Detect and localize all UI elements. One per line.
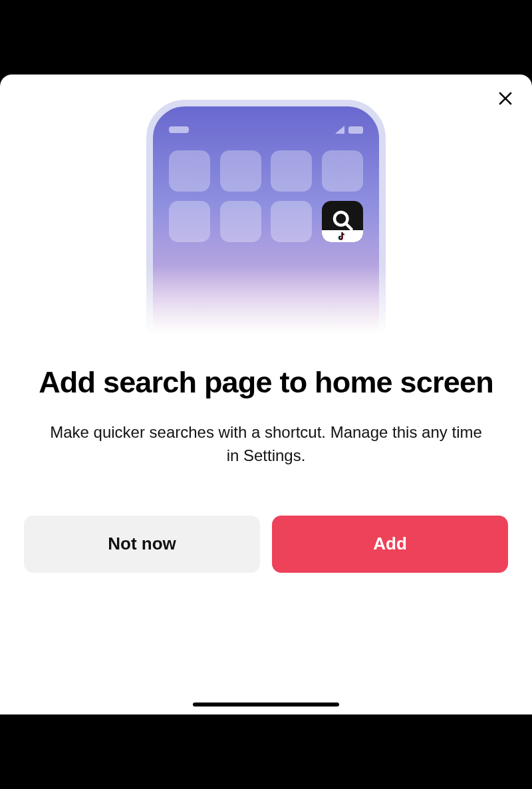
add-button[interactable]: Add	[272, 516, 508, 573]
search-shortcut-tile	[322, 201, 363, 242]
modal-subtitle: Make quicker searches with a shortcut. M…	[0, 421, 532, 468]
svg-line-3	[346, 224, 351, 229]
search-icon	[331, 208, 354, 232]
not-now-button[interactable]: Not now	[24, 516, 260, 573]
modal-title: Add search page to home screen	[12, 365, 520, 400]
app-tile-placeholder	[220, 150, 261, 192]
home-indicator[interactable]	[193, 703, 339, 707]
close-button[interactable]	[493, 86, 517, 110]
app-tile-placeholder	[169, 150, 210, 192]
tiktok-strip	[322, 230, 363, 242]
close-icon	[497, 90, 513, 106]
phone-status-bar	[169, 125, 363, 134]
time-placeholder-icon	[169, 126, 189, 133]
signal-icon	[335, 126, 344, 134]
phone-frame	[146, 100, 386, 346]
battery-icon	[348, 126, 363, 134]
phone-illustration	[143, 100, 389, 346]
app-tile-placeholder	[169, 201, 210, 242]
button-row: Not now Add	[0, 516, 532, 573]
app-tile-placeholder	[271, 150, 312, 192]
app-tile-placeholder	[220, 201, 261, 242]
tiktok-icon	[338, 232, 347, 241]
add-to-home-modal: Add search page to home screen Make quic…	[0, 75, 532, 714]
app-grid	[169, 150, 363, 242]
app-tile-placeholder	[271, 201, 312, 242]
app-tile-placeholder	[322, 150, 363, 192]
